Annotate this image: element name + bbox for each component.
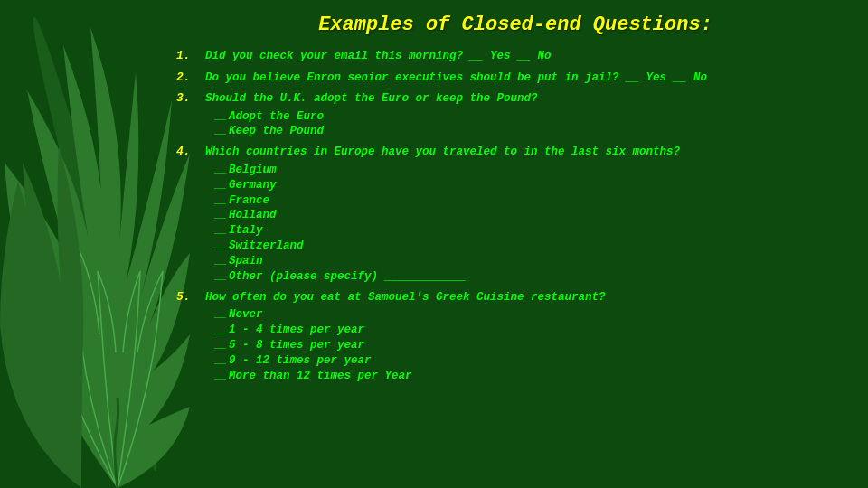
sub-option-4-5: __ Italy <box>214 223 680 239</box>
checkbox-4-6: __ <box>214 239 227 253</box>
option-label-4-7: Spain <box>229 254 263 269</box>
option-label-4-2: Germany <box>229 178 277 193</box>
question-number-3: 3. <box>176 91 202 105</box>
option-label-3-1: Adopt the Euro <box>229 109 324 125</box>
question-number-2: 2. <box>176 70 202 84</box>
palm-decoration <box>0 0 190 488</box>
question-text-5: How often do you eat at Samouel's Greek … <box>205 290 606 306</box>
sub-option-4-1: __ Belgium <box>214 163 680 178</box>
sub-option-4-4: __ Holland <box>214 208 680 223</box>
sub-options-3: __ Adopt the Euro__ Keep the Pound <box>214 109 538 140</box>
question-number-4: 4. <box>176 145 202 158</box>
question-item-5: 5.How often do you eat at Samouel's Gree… <box>176 290 854 384</box>
checkbox-5-2: __ <box>214 324 227 337</box>
option-label-4-3: France <box>229 193 269 209</box>
checkbox-3-1: __ <box>214 110 227 124</box>
sub-option-3-1: __ Adopt the Euro <box>214 109 538 125</box>
sub-option-5-4: __ 9 - 12 times per year <box>214 353 606 369</box>
option-label-4-5: Italy <box>229 223 263 239</box>
content-area: Examples of Closed-end Questions: 1.Did … <box>176 14 854 479</box>
slide-title: Examples of Closed-end Questions: <box>176 14 854 36</box>
question-item-3: 3.Should the U.K. adopt the Euro or keep… <box>176 91 854 139</box>
option-label-5-3: 5 - 8 times per year <box>229 338 364 353</box>
sub-option-4-2: __ Germany <box>214 178 680 193</box>
option-label-5-1: Never <box>229 307 263 323</box>
option-label-5-4: 9 - 12 times per year <box>229 353 372 369</box>
sub-option-4-7: __ Spain <box>214 254 680 269</box>
option-label-4-4: Holland <box>229 208 277 223</box>
sub-option-5-3: __ 5 - 8 times per year <box>214 338 606 353</box>
checkbox-5-1: __ <box>214 308 227 322</box>
question-text-1: Did you check your email this morning? _… <box>205 49 552 65</box>
sub-options-4: __ Belgium__ Germany__ France__ Holland_… <box>214 163 680 285</box>
sub-option-5-1: __ Never <box>214 307 606 323</box>
question-text-4: Which countries in Europe have you trave… <box>205 145 680 161</box>
option-label-4-6: Switzerland <box>229 239 304 254</box>
sub-option-3-2: __ Keep the Pound <box>214 124 538 139</box>
option-label-5-2: 1 - 4 times per year <box>229 323 364 338</box>
slide-container: Examples of Closed-end Questions: 1.Did … <box>0 0 868 488</box>
checkbox-5-3: __ <box>214 339 227 352</box>
checkbox-5-4: __ <box>214 354 227 368</box>
option-label-5-5: More than 12 times per Year <box>229 369 412 384</box>
checkbox-5-5: __ <box>214 370 227 383</box>
checkbox-4-5: __ <box>214 224 227 238</box>
question-number-5: 5. <box>176 290 202 304</box>
checkbox-4-4: __ <box>214 209 227 222</box>
checkbox-4-2: __ <box>214 179 227 192</box>
checkbox-4-3: __ <box>214 194 227 208</box>
sub-option-4-6: __ Switzerland <box>214 239 680 254</box>
sub-options-5: __ Never__ 1 - 4 times per year__ 5 - 8 … <box>214 307 606 383</box>
checkbox-3-2: __ <box>214 125 227 138</box>
question-content-1: Did you check your email this morning? _… <box>205 49 552 65</box>
option-label-4-1: Belgium <box>229 163 277 178</box>
sub-option-4-3: __ France <box>214 193 680 209</box>
question-content-5: How often do you eat at Samouel's Greek … <box>205 290 606 384</box>
question-item-1: 1.Did you check your email this morning?… <box>176 49 854 65</box>
sub-option-5-5: __ More than 12 times per Year <box>214 369 606 384</box>
question-content-3: Should the U.K. adopt the Euro or keep t… <box>205 91 538 139</box>
question-item-4: 4.Which countries in Europe have you tra… <box>176 145 854 285</box>
question-text-3: Should the U.K. adopt the Euro or keep t… <box>205 91 538 108</box>
question-content-2: Do you believe Enron senior executives s… <box>205 70 707 87</box>
sub-option-4-8: __ Other (please specify) ____________ <box>214 269 680 285</box>
question-item-2: 2.Do you believe Enron senior executives… <box>176 70 854 87</box>
option-label-3-2: Keep the Pound <box>229 124 324 139</box>
question-content-4: Which countries in Europe have you trave… <box>205 145 680 285</box>
option-label-4-8: Other (please specify) ____________ <box>229 269 467 285</box>
question-list: 1.Did you check your email this morning?… <box>176 49 854 384</box>
checkbox-4-8: __ <box>214 270 227 284</box>
checkbox-4-7: __ <box>214 255 227 268</box>
question-number-1: 1. <box>176 49 202 62</box>
sub-option-5-2: __ 1 - 4 times per year <box>214 323 606 338</box>
checkbox-4-1: __ <box>214 164 227 177</box>
question-text-2: Do you believe Enron senior executives s… <box>205 70 707 87</box>
